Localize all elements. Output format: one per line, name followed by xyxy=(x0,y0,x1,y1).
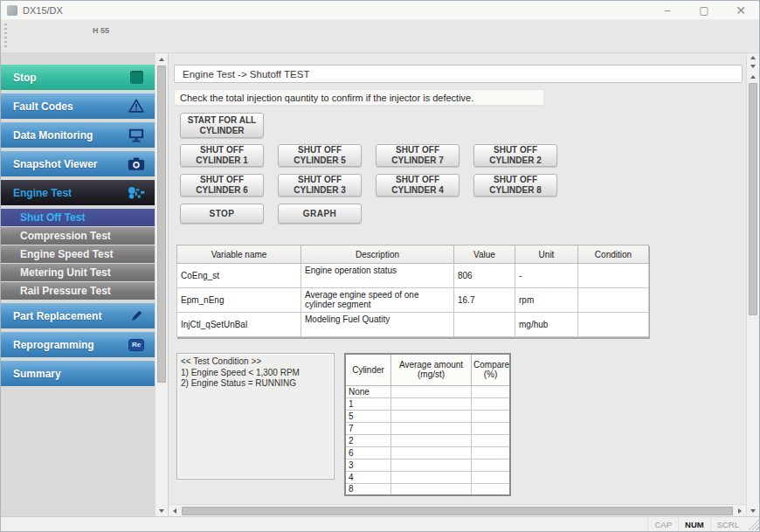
sidebar-item-stop[interactable]: Stop xyxy=(1,65,155,90)
compare-cell xyxy=(472,471,510,483)
main-scrollbar[interactable] xyxy=(746,53,759,516)
sidebar-item-engine-speed-test[interactable]: Engine Speed Test xyxy=(1,245,155,263)
sidebar-item-label: Rail Pressure Test xyxy=(20,285,111,297)
sidebar-item-metering-unit-test[interactable]: Metering Unit Test xyxy=(1,264,155,281)
value-cell xyxy=(454,313,515,337)
shutoff-cylinder-8-button[interactable]: SHUT OFF CYLINDER 8 xyxy=(473,174,557,197)
variables-table: Variable name Description Value Unit Con… xyxy=(176,245,649,337)
cylinder-cell: 7 xyxy=(345,422,391,434)
compare-cell xyxy=(472,446,510,459)
sidebar-item-label: Stop xyxy=(13,72,127,84)
stop-button[interactable]: STOP xyxy=(180,204,264,224)
cylinder-cell: 6 xyxy=(345,446,391,459)
maximize-button[interactable]: ▢ xyxy=(686,1,722,19)
main-scrollbar-thumb[interactable] xyxy=(749,83,757,315)
sidebar-item-summary[interactable]: Summary xyxy=(1,361,155,386)
sidebar-scrollbar-track[interactable] xyxy=(155,65,168,505)
column-header: Description xyxy=(301,245,454,264)
average-cell xyxy=(391,397,472,410)
condition-cell xyxy=(578,313,649,337)
sidebar-item-label: Data Monitoring xyxy=(13,129,127,142)
column-header: Value xyxy=(454,245,515,264)
shutoff-cylinder-6-button[interactable]: SHUT OFF CYLINDER 6 xyxy=(180,174,264,197)
resize-grip-icon[interactable] xyxy=(747,518,759,530)
average-cell xyxy=(391,385,472,397)
scroll-up-icon[interactable] xyxy=(747,71,759,82)
unit-cell: mg/hub xyxy=(515,313,578,337)
variable-name-cell: Epm_nEng xyxy=(177,288,301,313)
main-panel: Engine Test -> Shutoff TEST Check the to… xyxy=(168,53,746,516)
graph-button[interactable]: GRAPH xyxy=(278,204,362,224)
table-row: 7 xyxy=(345,422,510,434)
sidebar-scrollbar[interactable] xyxy=(155,53,168,516)
compare-cell xyxy=(472,483,510,495)
table-row: CoEng_st Engine operation status 806 - xyxy=(177,264,649,288)
sidebar-item-fault-codes[interactable]: Fault Codes xyxy=(1,93,155,119)
sidebar-item-reprogramming[interactable]: Reprogramming Re xyxy=(1,332,155,357)
shutoff-cylinder-5-button[interactable]: SHUT OFF CYLINDER 5 xyxy=(278,144,362,167)
unit-cell: - xyxy=(515,264,578,288)
scroll-up-icon[interactable] xyxy=(155,53,168,65)
shutoff-cylinder-1-button[interactable]: SHUT OFF CYLINDER 1 xyxy=(180,144,264,167)
minimize-button[interactable]: – xyxy=(649,1,686,19)
table-row: 4 xyxy=(345,471,510,483)
num-lock-indicator: NUM xyxy=(678,517,710,531)
compare-cell xyxy=(472,410,510,422)
main-scrollbar-track[interactable] xyxy=(747,82,759,505)
sidebar-item-label: Reprogramming xyxy=(13,339,127,351)
cylinder-cell: 5 xyxy=(345,410,391,422)
sidebar-item-label: Shut Off Test xyxy=(20,211,85,224)
cylinder-table: Cylinder Average amount (mg/st) Compare … xyxy=(344,353,511,496)
control-button-row: STOP GRAPH xyxy=(180,204,743,224)
sidebar-item-label: Compression Test xyxy=(20,230,111,242)
spinner-down-icon[interactable] xyxy=(747,62,759,71)
scroll-down-icon[interactable] xyxy=(155,505,168,516)
sidebar-item-engine-test[interactable]: Engine Test xyxy=(1,180,155,205)
sidebar-item-label: Fault Codes xyxy=(13,100,127,113)
sidebar-item-data-monitoring[interactable]: Data Monitoring xyxy=(1,122,155,148)
horizontal-scrollbar[interactable] xyxy=(169,504,746,516)
compare-cell xyxy=(472,385,510,397)
shutoff-cylinder-3-button[interactable]: SHUT OFF CYLINDER 3 xyxy=(278,174,362,197)
sidebar-item-snapshot-viewer[interactable]: Snapshot Viewer xyxy=(1,151,155,176)
reprogram-icon: Re xyxy=(127,339,146,351)
sidebar-item-rail-pressure-test[interactable]: Rail Pressure Test xyxy=(1,282,155,300)
status-bar: CAP NUM SCRL xyxy=(1,516,759,531)
shutoff-cylinder-7-button[interactable]: SHUT OFF CYLINDER 7 xyxy=(376,144,459,167)
scroll-down-icon[interactable] xyxy=(747,505,759,516)
shutoff-cylinder-4-button[interactable]: SHUT OFF CYLINDER 4 xyxy=(376,174,459,197)
sidebar-item-label: Metering Unit Test xyxy=(20,266,111,279)
sidebar-item-part-replacement[interactable]: Part Replacement xyxy=(1,303,155,328)
test-condition-box: << Test Condition >> 1) Engine Speed < 1… xyxy=(176,353,335,480)
condition-cell xyxy=(578,288,649,313)
average-cell xyxy=(391,434,472,446)
shutoff-cylinder-2-button[interactable]: SHUT OFF CYLINDER 2 xyxy=(473,144,557,167)
scroll-right-icon[interactable] xyxy=(734,505,746,516)
sidebar-item-shut-off-test[interactable]: Shut Off Test xyxy=(1,209,155,226)
sidebar-item-compression-test[interactable]: Compression Test xyxy=(1,227,155,245)
variable-name-cell: CoEng_st xyxy=(177,264,301,288)
scroll-left-icon[interactable] xyxy=(169,505,181,516)
horizontal-scrollbar-thumb[interactable] xyxy=(182,507,733,515)
caps-lock-indicator: CAP xyxy=(647,517,678,531)
engine-icon xyxy=(127,185,146,200)
compare-cell xyxy=(472,434,510,446)
test-condition-line: 2) Engine Status = RUNNING xyxy=(181,378,330,390)
sidebar-item-label: Part Replacement xyxy=(13,310,127,322)
spinner-up-icon[interactable] xyxy=(747,53,759,62)
stop-icon xyxy=(127,71,146,84)
camera-icon xyxy=(127,157,146,171)
sidebar-scrollbar-thumb[interactable] xyxy=(157,66,166,383)
close-button[interactable]: ✕ xyxy=(722,1,759,19)
window-controls: – ▢ ✕ xyxy=(649,1,759,19)
scroll-lock-indicator: SCRL xyxy=(710,517,745,531)
cylinder-cell: None xyxy=(345,385,391,397)
start-all-cylinder-button[interactable]: START FOR ALL CYLINDER xyxy=(180,113,264,138)
toolbar-drag-grip[interactable] xyxy=(4,24,7,49)
app-icon xyxy=(7,5,17,16)
table-row: 1 xyxy=(345,397,510,410)
cylinder-cell: 4 xyxy=(345,471,391,483)
description-cell: Modeling Fuel Quatity xyxy=(301,313,454,337)
condition-cell xyxy=(578,264,649,288)
average-cell xyxy=(391,422,472,434)
